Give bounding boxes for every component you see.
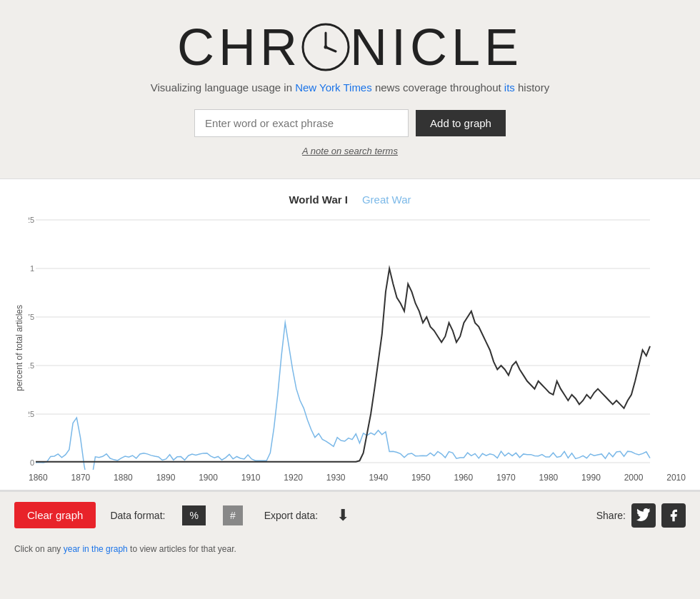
footer-note: Click on any year in the graph to view a… (0, 538, 700, 561)
subtitle-highlight-nyt: New York Times (295, 81, 372, 94)
header: CHR NICLE Visualizing language usage in … (0, 0, 700, 178)
search-input[interactable] (194, 109, 409, 137)
percent-format-button[interactable]: % (182, 505, 205, 525)
graph-section: World War I Great War percent of total a… (0, 178, 700, 490)
search-note: A note on search terms (14, 144, 686, 157)
search-note-link[interactable]: A note on search terms (302, 146, 398, 156)
share-label: Share: (596, 510, 626, 521)
facebook-share-button[interactable] (661, 503, 686, 528)
search-area: Add to graph (14, 109, 686, 137)
twitter-share-button[interactable] (631, 503, 656, 528)
legend-item-world-war[interactable]: World War I (289, 193, 348, 206)
graph-container: percent of total articles 1860 1870 1880… (14, 213, 686, 483)
app-title: CHR NICLE (14, 21, 686, 73)
x-axis-labels: 1860 1870 1880 1890 1900 1910 1920 1930 … (29, 470, 686, 483)
footer-toolbar: Clear graph Data format: % # Export data… (0, 490, 700, 538)
footer-note-highlight: year in the graph (64, 544, 128, 554)
subtitle: Visualizing language usage in New York T… (14, 81, 686, 94)
clear-graph-button[interactable]: Clear graph (14, 502, 96, 528)
svg-point-3 (324, 46, 327, 49)
legend-item-great-war[interactable]: Great War (362, 193, 411, 206)
title-text-right: NICLE (350, 21, 523, 73)
clock-icon (301, 23, 350, 71)
data-format-label: Data format: (110, 510, 165, 521)
y-axis-label: percent of total articles (14, 305, 24, 391)
legend: World War I Great War (14, 193, 686, 206)
export-label: Export data: (264, 510, 319, 521)
add-to-graph-button[interactable]: Add to graph (416, 110, 506, 136)
chart-canvas[interactable] (29, 213, 657, 470)
export-download-icon[interactable]: ⬇ (336, 506, 349, 525)
chart-area[interactable]: 1860 1870 1880 1890 1900 1910 1920 1930 … (29, 213, 686, 483)
count-format-button[interactable]: # (223, 505, 243, 525)
share-area: Share: (596, 503, 686, 528)
subtitle-highlight-its: its (504, 81, 515, 94)
title-text-left: CHR (177, 21, 301, 73)
